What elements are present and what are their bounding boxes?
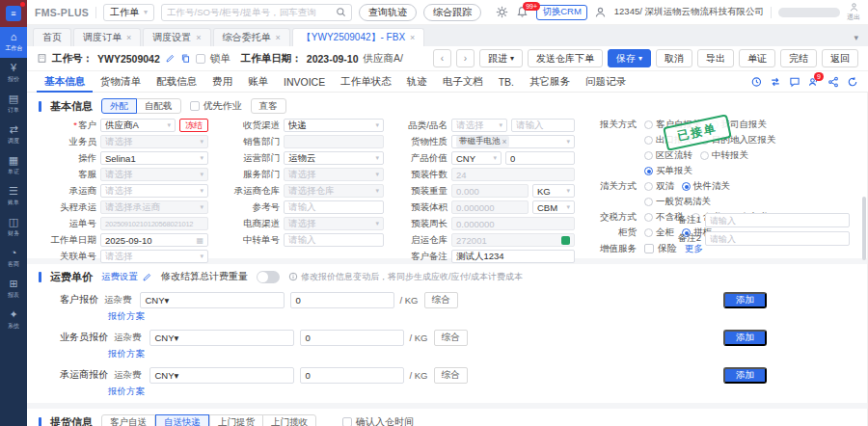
sidebar-item-调度[interactable]: ⇄调度	[0, 120, 27, 150]
tab-账单[interactable]: 账单	[240, 71, 276, 93]
combined-trace-button[interactable]: 综合跟踪	[423, 4, 481, 21]
field-control[interactable]: 请选择▾	[100, 184, 208, 198]
field-control[interactable]: 快递▾	[284, 119, 384, 132]
完结-button[interactable]: 完结	[780, 49, 817, 67]
query-track-button[interactable]: 查询轨迹	[359, 4, 417, 21]
quote-plan-link[interactable]: 报价方案	[108, 310, 855, 323]
combo-button[interactable]: 综合	[434, 330, 468, 346]
pickup-tab-客户自送[interactable]: 客户自送	[101, 414, 155, 426]
combo-button[interactable]: 综合	[434, 367, 468, 384]
currency-select[interactable]: CNY▾	[149, 367, 294, 384]
tab-工作单状态[interactable]: 工作单状态	[333, 71, 399, 93]
field-control[interactable]: 供应商A▾	[100, 119, 176, 132]
field-control[interactable]: CBM▾	[532, 200, 575, 214]
tab-轨迹[interactable]: 轨迹	[399, 71, 435, 93]
currency-select[interactable]: CNY▾	[149, 330, 294, 346]
page-tab[interactable]: 调度订单×	[73, 28, 141, 46]
tab-问题记录[interactable]: 问题记录	[578, 71, 634, 93]
gear-icon[interactable]	[496, 6, 509, 19]
取消-button[interactable]: 取消	[656, 49, 692, 67]
freeze-button[interactable]: 冻结	[179, 119, 208, 132]
remark-input[interactable]	[705, 213, 850, 227]
quote-plan-link[interactable]: 报价方案	[108, 386, 855, 398]
page-tab[interactable]: 调度设置×	[143, 28, 210, 46]
search-icon[interactable]	[336, 7, 346, 17]
refresh-icon[interactable]	[847, 76, 858, 88]
field-control[interactable]: 0.000	[451, 184, 529, 198]
tab-其它服务[interactable]: 其它服务	[522, 71, 578, 93]
prev-workorder-button[interactable]: ‹	[433, 49, 451, 67]
amount-input[interactable]: 0	[290, 292, 394, 308]
combo-button[interactable]: 综合	[424, 292, 458, 308]
tab-电子文档[interactable]: 电子文档	[435, 71, 491, 93]
跟进-button[interactable]: 跟进▾	[479, 49, 523, 67]
sidebar-item-财务[interactable]: ◫财务	[0, 212, 27, 243]
page-tab[interactable]: 首页	[33, 28, 71, 46]
mode-tab-自配载[interactable]: 自配载	[136, 98, 181, 114]
radio-option-中转报关[interactable]: 中转报关	[700, 149, 748, 162]
pickup-tab-上门提货[interactable]: 上门提货	[209, 414, 263, 426]
field-control[interactable]: Selina1▾	[100, 151, 208, 165]
tab-配载信息[interactable]: 配载信息	[149, 71, 204, 93]
field-control[interactable]: 请选择▾	[100, 135, 208, 148]
field-control[interactable]: 请选择▾	[284, 168, 384, 181]
tab-费用[interactable]: 费用	[204, 71, 240, 93]
confirm-warehouse-time-checkbox[interactable]	[342, 417, 352, 426]
field-control[interactable]: 请输入	[284, 233, 384, 247]
field-control[interactable]: KG▾	[532, 184, 575, 198]
radio-option-买单报关[interactable]: 买单报关	[644, 165, 692, 177]
field-control[interactable]: 0.000000	[451, 217, 575, 230]
amount-input[interactable]: 0	[300, 330, 404, 346]
currency-select[interactable]: CNY▾	[140, 292, 285, 308]
sidebar-item-订单[interactable]: ▤订单	[0, 89, 27, 120]
bell-icon[interactable]: 99+	[516, 6, 529, 19]
recalc-toggle[interactable]	[257, 271, 280, 283]
pickup-tab-上门揽收[interactable]: 上门揽收	[262, 414, 316, 426]
switch-crm-button[interactable]: 切换CRM	[536, 5, 587, 20]
保存-button[interactable]: 保存▾	[608, 49, 651, 67]
page-tab[interactable]: 综合委托单×	[213, 28, 290, 46]
field-control[interactable]: 请选择▾	[100, 250, 208, 263]
sidebar-item-工作台[interactable]: ⌂工作台	[0, 27, 27, 58]
field-control[interactable]: 24	[451, 168, 575, 181]
cargo-nature-tag[interactable]: 带磁手电池×	[456, 136, 509, 147]
sidebar-item-单证[interactable]: ▦单证	[0, 150, 27, 181]
发送仓库下单-button[interactable]: 发送仓库下单	[528, 49, 603, 67]
close-icon[interactable]: ×	[502, 137, 507, 146]
field-control[interactable]: 请选择仓库▾	[284, 184, 384, 198]
tab-INVOICE[interactable]: INVOICE	[276, 71, 333, 93]
field-control[interactable]: 测试人1234	[451, 250, 575, 263]
field-control[interactable]: 20250910210120568021012	[100, 217, 208, 230]
lock-order-checkbox[interactable]	[196, 54, 205, 64]
amount-input[interactable]: 0	[300, 367, 404, 384]
radio-option-双清[interactable]: 双清	[644, 180, 674, 193]
transfer-icon[interactable]	[770, 76, 781, 88]
add-button[interactable]: 添加	[723, 292, 767, 308]
close-icon[interactable]: ×	[196, 33, 201, 42]
mode-tab-外配[interactable]: 外配	[101, 98, 137, 114]
team-icon[interactable]: 9	[808, 76, 820, 88]
next-workorder-button[interactable]: ›	[456, 49, 475, 67]
field-control[interactable]: 272001	[451, 233, 575, 247]
comment-icon[interactable]	[789, 76, 800, 88]
edit-icon[interactable]	[165, 53, 176, 64]
tab-货物清单[interactable]: 货物清单	[93, 71, 149, 93]
field-control[interactable]: 0	[505, 151, 575, 165]
radio-option-区区流转[interactable]: 区区流转	[644, 149, 692, 162]
sidebar-item-报表[interactable]: ⊞报表	[0, 274, 27, 305]
scrollbar-thumb[interactable]	[862, 197, 866, 260]
remark-input[interactable]	[705, 231, 850, 246]
field-control[interactable]: 带磁手电池×▾	[451, 135, 575, 148]
history-icon[interactable]	[750, 76, 762, 88]
priority-checkbox[interactable]	[190, 101, 200, 111]
field-control[interactable]: CNY▾	[451, 151, 502, 165]
单证-button[interactable]: 单证	[739, 49, 775, 67]
search-input[interactable]	[167, 7, 332, 17]
add-button[interactable]: 添加	[723, 330, 767, 346]
direct-customer-button[interactable]: 直客	[251, 98, 286, 114]
导出-button[interactable]: 导出	[697, 49, 734, 67]
close-icon[interactable]: ×	[276, 33, 281, 42]
copy-icon[interactable]	[180, 53, 191, 64]
field-control[interactable]: 2025-09-10▦	[100, 233, 208, 247]
field-control[interactable]: 运物云▾	[284, 151, 384, 165]
